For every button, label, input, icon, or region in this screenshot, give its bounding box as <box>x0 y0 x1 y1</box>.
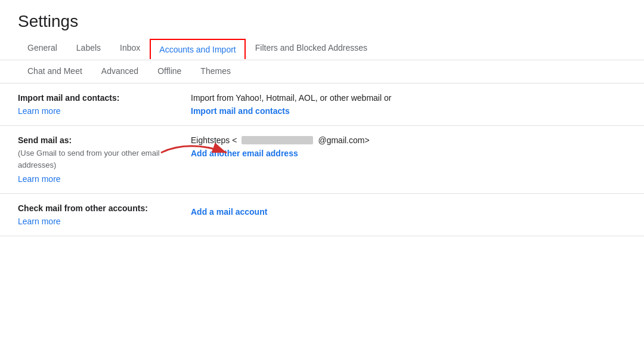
tab-offline[interactable]: Offline <box>148 60 191 84</box>
import-mail-content: Import from Yahoo!, Hotmail, AOL, or oth… <box>185 93 626 116</box>
check-mail-label: Check mail from other accounts: Learn mo… <box>18 203 185 226</box>
add-email-address-link[interactable]: Add another email address <box>191 149 626 158</box>
tab-general[interactable]: General <box>18 37 67 60</box>
email-name: Eightsteps < <box>191 135 237 145</box>
check-mail-learn-more[interactable]: Learn more <box>18 217 185 226</box>
tab-labels[interactable]: Labels <box>67 37 110 60</box>
import-mail-row: Import mail and contacts: Learn more Imp… <box>0 84 644 126</box>
tab-inbox[interactable]: Inbox <box>110 37 150 60</box>
tab-accounts-and-import[interactable]: Accounts and Import <box>150 39 245 59</box>
email-blurred-part <box>242 136 313 144</box>
send-mail-as-label-bold: Send mail as: <box>18 135 72 145</box>
import-mail-learn-more[interactable]: Learn more <box>18 106 185 116</box>
check-mail-content: Add a mail account <box>185 203 626 217</box>
email-suffix: @gmail.com> <box>318 135 369 145</box>
send-mail-as-sub: (Use Gmail to send from your other email… <box>18 147 185 171</box>
send-mail-as-row: Send mail as: (Use Gmail to send from yo… <box>0 126 644 194</box>
import-mail-label-bold: Import mail and contacts: <box>18 93 119 103</box>
tab-themes[interactable]: Themes <box>191 60 240 84</box>
tab-filters[interactable]: Filters and Blocked Addresses <box>246 37 377 60</box>
add-mail-account-link[interactable]: Add a mail account <box>191 207 626 217</box>
import-mail-label: Import mail and contacts: Learn more <box>18 93 185 116</box>
send-mail-as-content: Eightsteps < @gmail.com> Add another ema… <box>185 135 626 158</box>
tab-advanced[interactable]: Advanced <box>92 60 148 84</box>
import-mail-contacts-link[interactable]: Import mail and contacts <box>191 106 626 116</box>
tab-chat-meet[interactable]: Chat and Meet <box>18 60 92 84</box>
email-display: Eightsteps < @gmail.com> <box>191 135 626 145</box>
import-mail-desc: Import from Yahoo!, Hotmail, AOL, or oth… <box>191 93 626 103</box>
tabs-row-2: Chat and Meet Advanced Offline Themes <box>0 60 644 84</box>
check-mail-label-bold: Check mail from other accounts: <box>18 203 148 213</box>
content-area: Import mail and contacts: Learn more Imp… <box>0 84 644 236</box>
tabs-row-1: General Labels Inbox Accounts and Import… <box>0 37 644 60</box>
page-title: Settings <box>0 0 644 37</box>
send-mail-as-label: Send mail as: (Use Gmail to send from yo… <box>18 135 185 184</box>
check-mail-row: Check mail from other accounts: Learn mo… <box>0 194 644 236</box>
send-mail-learn-more[interactable]: Learn more <box>18 174 185 184</box>
